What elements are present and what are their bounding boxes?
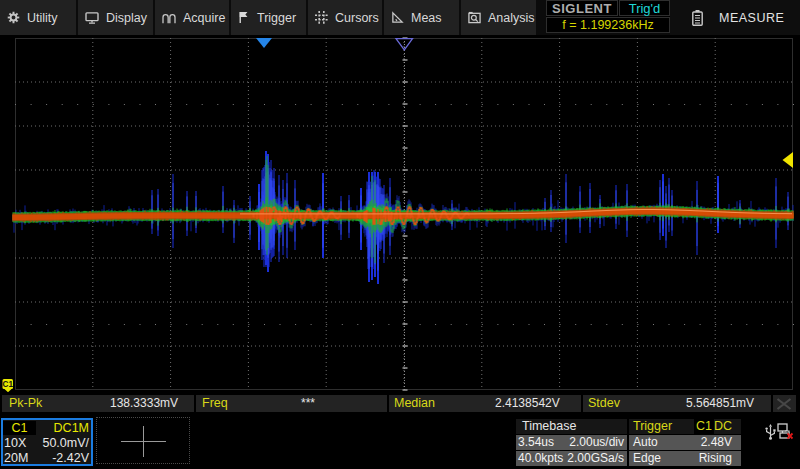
svg-text:C1: C1 [3,380,14,389]
